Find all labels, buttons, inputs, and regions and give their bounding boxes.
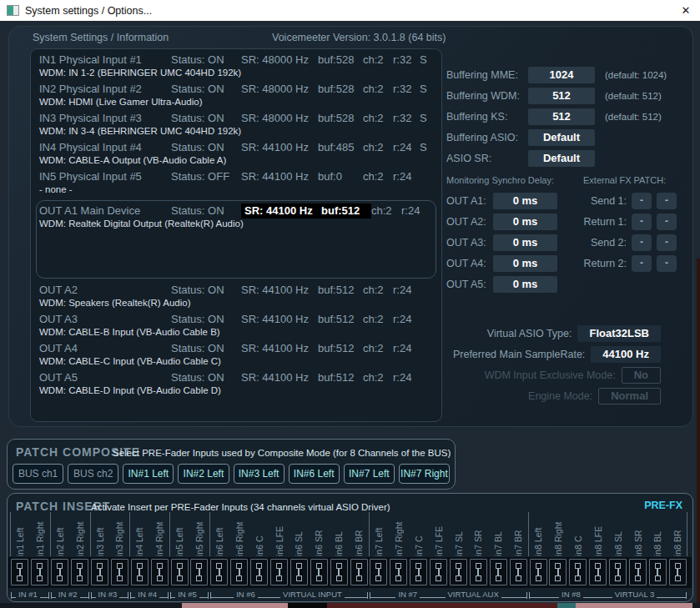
insert-channel-label: in6 BL [334, 512, 344, 556]
insert-toggle[interactable] [450, 559, 467, 585]
composite-button[interactable]: IN#1 Left [123, 464, 174, 484]
insert-toggle[interactable] [310, 559, 328, 585]
device-row[interactable]: OUT A2 Status: ON SR: 44100 Hz buf:512 c… [39, 284, 441, 310]
insert-channel-label: in6 Right [234, 512, 244, 556]
background-right-edge [697, 259, 700, 603]
insert-channel-label: in7 C [414, 512, 424, 556]
fx-patch-slot-1[interactable]: - [632, 214, 652, 230]
buffering-value-button[interactable]: 512 [528, 108, 595, 125]
insert-toggle[interactable] [530, 559, 547, 585]
insert-toggle[interactable] [31, 559, 48, 585]
composite-button[interactable]: IN#7 Right [399, 464, 450, 484]
patch-insert-subtitle: Activate Insert per PRE-Fader Inputs (34… [91, 502, 390, 512]
composite-button[interactable]: IN#2 Left [178, 464, 229, 484]
insert-toggle[interactable] [669, 559, 687, 585]
insert-toggle[interactable] [649, 559, 667, 585]
asio-setting-button[interactable]: 44100 Hz [591, 346, 661, 363]
insert-toggle[interactable] [410, 559, 427, 585]
asio-setting-button[interactable]: Normal [598, 388, 661, 404]
insert-channel: in6 LFE [269, 512, 290, 585]
status-label: Status: [171, 313, 204, 325]
composite-button[interactable]: IN#3 Left [234, 464, 285, 484]
monitoring-out-label: OUT A4: [446, 258, 493, 269]
buffering-value-button[interactable]: 1024 [528, 67, 595, 83]
insert-toggle[interactable] [629, 559, 647, 585]
insert-toggle[interactable] [190, 559, 208, 585]
asio-setting-button[interactable]: No [622, 367, 661, 384]
fx-patch-slot-2[interactable]: - [657, 234, 677, 251]
composite-button[interactable]: BUS ch2 [68, 464, 118, 484]
close-icon[interactable]: ✕ [672, 0, 700, 21]
insert-toggle[interactable] [510, 559, 527, 585]
fx-patch-slot-1[interactable]: - [632, 193, 652, 209]
insert-toggle[interactable] [230, 559, 248, 585]
insert-toggle[interactable] [330, 559, 348, 585]
buffering-value-button[interactable]: 512 [528, 88, 595, 104]
monitoring-delay-button[interactable]: 0 ms [493, 276, 557, 293]
insert-toggle[interactable] [91, 559, 108, 585]
insert-toggle[interactable] [131, 559, 149, 585]
asio-setting-button[interactable]: Float32LSB [577, 325, 661, 342]
insert-toggle[interactable] [569, 559, 587, 585]
fx-patch-slot-2[interactable]: - [657, 255, 677, 272]
fx-patch-slot-1[interactable]: - [632, 255, 652, 272]
toggle-line-icon [617, 569, 619, 575]
insert-toggle[interactable] [350, 559, 368, 585]
insert-group-label: IN #4 [135, 590, 159, 599]
device-row[interactable]: IN2 Physical Input #2 Status: ON SR: 480… [39, 83, 441, 109]
buffering-value-button[interactable]: Default [528, 129, 595, 146]
insert-toggle[interactable] [609, 559, 627, 585]
device-sr-buf: SR: 48000 Hz buf:528 [241, 112, 363, 124]
toggle-square-bottom-icon [635, 575, 641, 581]
fx-patch-slot-2[interactable]: - [657, 193, 677, 209]
insert-toggle[interactable] [250, 559, 268, 585]
device-row[interactable]: OUT A1 Main Device Status: ON SR: 44100 … [36, 200, 436, 279]
fx-patch-slot-2[interactable]: - [657, 214, 677, 230]
fx-patch-slot-1[interactable]: - [632, 234, 652, 251]
device-row[interactable]: IN1 Physical Input #1 Status: ON SR: 480… [39, 53, 441, 80]
composite-button[interactable]: IN#6 Left [289, 464, 340, 484]
title-bar: System settings / Options... ✕ [0, 0, 700, 21]
status-label: Status: [171, 170, 204, 183]
insert-toggle[interactable] [210, 559, 228, 585]
insert-toggle[interactable] [290, 559, 308, 585]
buffering-value-button[interactable]: Default [528, 150, 595, 167]
device-status: Status: ON [171, 313, 241, 325]
fx-patch-title: External FX PATCH: [583, 175, 681, 190]
insert-group-channels: in4 Left in4 Right [129, 512, 169, 585]
insert-toggle[interactable] [11, 559, 28, 585]
device-row[interactable]: IN5 Physical Input #5 Status: OFF SR: 44… [39, 170, 441, 197]
insert-toggle[interactable] [270, 559, 288, 585]
insert-toggle[interactable] [589, 559, 607, 585]
window-title: System settings / Options... [25, 5, 152, 17]
insert-channel: in7 Left [369, 512, 389, 585]
pre-fx-toggle[interactable]: PRE-FX [644, 500, 682, 511]
device-sr-buf: SR: 44100 Hz buf:0 [241, 170, 363, 183]
composite-button[interactable]: IN#7 Left [344, 464, 395, 484]
device-samplerate: SR: 44100 Hz [241, 284, 318, 296]
insert-toggle[interactable] [370, 559, 387, 585]
insert-toggle[interactable] [470, 559, 487, 585]
device-buffer: buf:528 [318, 83, 363, 95]
toggle-line-icon [517, 569, 519, 575]
insert-toggle[interactable] [151, 559, 169, 585]
insert-toggle[interactable] [430, 559, 447, 585]
device-row[interactable]: IN3 Physical Input #3 Status: ON SR: 480… [39, 112, 441, 138]
toggle-line-icon [39, 569, 41, 575]
insert-channel: in7 BR [508, 512, 528, 585]
device-s-flag: S [420, 53, 441, 66]
insert-toggle[interactable] [171, 559, 189, 585]
insert-toggle[interactable] [111, 559, 128, 585]
insert-group-caption: IN #7 VIRTUAL AUX [369, 589, 528, 599]
insert-toggle[interactable] [71, 559, 88, 585]
insert-toggle[interactable] [51, 559, 68, 585]
insert-toggle[interactable] [490, 559, 507, 585]
asio-setting-row: Engine Mode: Normal [259, 385, 661, 406]
fx-patch-label: Send 2: [535, 237, 627, 249]
monitoring-row: OUT A5: 0 ms [446, 274, 557, 294]
toggle-line-icon [398, 569, 400, 575]
insert-toggle[interactable] [549, 559, 567, 585]
device-row[interactable]: IN4 Physical Input #4 Status: ON SR: 441… [39, 141, 441, 168]
insert-toggle[interactable] [390, 559, 407, 585]
composite-button[interactable]: BUS ch1 [13, 464, 63, 484]
